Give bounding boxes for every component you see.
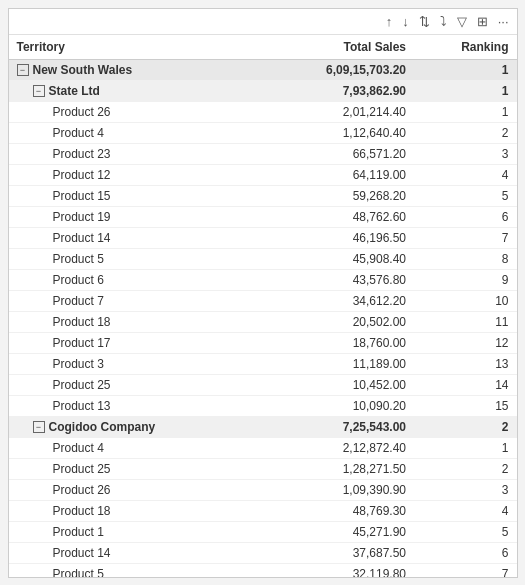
cell-ranking: 5 — [414, 185, 516, 206]
main-container: ↑ ↓ ⇅ ⤵ ▽ ⊞ ··· Territory Total Sales Ra… — [8, 8, 518, 578]
table-row: −State Ltd7,93,862.901 — [9, 80, 517, 101]
table-row: Product 42,12,872.401 — [9, 437, 517, 458]
cell-ranking: 3 — [414, 479, 516, 500]
cell-territory: Product 14 — [9, 542, 259, 563]
cell-territory: Product 6 — [9, 269, 259, 290]
cell-ranking: 7 — [414, 227, 516, 248]
cell-ranking: 15 — [414, 395, 516, 416]
col-ranking: Ranking — [414, 35, 516, 60]
cell-ranking: 11 — [414, 311, 516, 332]
cell-sales: 48,769.30 — [259, 500, 414, 521]
table-row: Product 545,908.408 — [9, 248, 517, 269]
col-total-sales: Total Sales — [259, 35, 414, 60]
table-row: Product 262,01,214.401 — [9, 101, 517, 122]
cell-ranking: 2 — [414, 416, 516, 437]
cell-sales: 64,119.00 — [259, 164, 414, 185]
cell-territory: Product 13 — [9, 395, 259, 416]
cell-sales: 1,12,640.40 — [259, 122, 414, 143]
cell-territory: −State Ltd — [9, 80, 259, 101]
cell-territory: Product 12 — [9, 164, 259, 185]
cell-territory: Product 25 — [9, 458, 259, 479]
cell-sales: 32,119.80 — [259, 563, 414, 577]
data-table: Territory Total Sales Ranking −New South… — [9, 35, 517, 577]
cell-ranking: 13 — [414, 353, 516, 374]
filter-icon[interactable]: ▽ — [455, 13, 469, 30]
cell-sales: 10,090.20 — [259, 395, 414, 416]
table-wrapper[interactable]: Territory Total Sales Ranking −New South… — [9, 35, 517, 577]
cell-ranking: 2 — [414, 122, 516, 143]
expand-icon[interactable]: − — [33, 85, 45, 97]
table-row: Product 734,612.2010 — [9, 290, 517, 311]
table-row: Product 145,271.905 — [9, 521, 517, 542]
cell-sales: 2,01,214.40 — [259, 101, 414, 122]
cell-sales: 18,760.00 — [259, 332, 414, 353]
cell-sales: 20,502.00 — [259, 311, 414, 332]
cell-territory: Product 18 — [9, 311, 259, 332]
cell-territory: Product 14 — [9, 227, 259, 248]
table-row: Product 532,119.807 — [9, 563, 517, 577]
cell-territory: Product 1 — [9, 521, 259, 542]
cell-ranking: 1 — [414, 80, 516, 101]
table-row: Product 1559,268.205 — [9, 185, 517, 206]
cell-sales: 7,25,543.00 — [259, 416, 414, 437]
drill-down-icon[interactable]: ⤵ — [438, 13, 449, 30]
expand-icon[interactable]: − — [17, 64, 29, 76]
table-row: Product 1310,090.2015 — [9, 395, 517, 416]
cell-sales: 43,576.80 — [259, 269, 414, 290]
cell-ranking: 1 — [414, 437, 516, 458]
cell-ranking: 3 — [414, 143, 516, 164]
cell-territory: −New South Wales — [9, 59, 259, 80]
cell-territory: Product 26 — [9, 101, 259, 122]
table-header-row: Territory Total Sales Ranking — [9, 35, 517, 60]
table-row: Product 251,28,271.502 — [9, 458, 517, 479]
sort-group-icon[interactable]: ⇅ — [417, 13, 432, 30]
cell-ranking: 4 — [414, 500, 516, 521]
cell-sales: 2,12,872.40 — [259, 437, 414, 458]
cell-sales: 46,196.50 — [259, 227, 414, 248]
cell-sales: 1,28,271.50 — [259, 458, 414, 479]
cell-territory: Product 23 — [9, 143, 259, 164]
table-row: Product 1848,769.304 — [9, 500, 517, 521]
toolbar: ↑ ↓ ⇅ ⤵ ▽ ⊞ ··· — [9, 9, 517, 35]
cell-territory: Product 18 — [9, 500, 259, 521]
cell-ranking: 2 — [414, 458, 516, 479]
col-territory: Territory — [9, 35, 259, 60]
table-row: Product 1718,760.0012 — [9, 332, 517, 353]
cell-territory: Product 5 — [9, 563, 259, 577]
cell-ranking: 10 — [414, 290, 516, 311]
cell-sales: 1,09,390.90 — [259, 479, 414, 500]
cell-territory: Product 5 — [9, 248, 259, 269]
more-icon[interactable]: ··· — [496, 13, 511, 30]
cell-sales: 45,271.90 — [259, 521, 414, 542]
sort-desc-icon[interactable]: ↓ — [400, 13, 411, 30]
sort-asc-icon[interactable]: ↑ — [384, 13, 395, 30]
cell-territory: Product 19 — [9, 206, 259, 227]
table-row: Product 1437,687.506 — [9, 542, 517, 563]
cell-sales: 59,268.20 — [259, 185, 414, 206]
table-row: Product 643,576.809 — [9, 269, 517, 290]
cell-sales: 11,189.00 — [259, 353, 414, 374]
cell-territory: Product 3 — [9, 353, 259, 374]
cell-sales: 37,687.50 — [259, 542, 414, 563]
cell-territory: Product 4 — [9, 122, 259, 143]
cell-sales: 45,908.40 — [259, 248, 414, 269]
cell-sales: 6,09,15,703.20 — [259, 59, 414, 80]
cell-territory: −Cogidoo Company — [9, 416, 259, 437]
table-row: Product 41,12,640.402 — [9, 122, 517, 143]
cell-sales: 48,762.60 — [259, 206, 414, 227]
cell-territory: Product 15 — [9, 185, 259, 206]
cell-ranking: 14 — [414, 374, 516, 395]
cell-ranking: 6 — [414, 542, 516, 563]
table-row: Product 261,09,390.903 — [9, 479, 517, 500]
expand-icon[interactable]: − — [33, 421, 45, 433]
cell-territory: Product 7 — [9, 290, 259, 311]
table-row: −New South Wales6,09,15,703.201 — [9, 59, 517, 80]
cell-ranking: 12 — [414, 332, 516, 353]
cell-territory: Product 26 — [9, 479, 259, 500]
layout-icon[interactable]: ⊞ — [475, 13, 490, 30]
cell-ranking: 8 — [414, 248, 516, 269]
cell-sales: 34,612.20 — [259, 290, 414, 311]
cell-ranking: 6 — [414, 206, 516, 227]
cell-ranking: 1 — [414, 59, 516, 80]
cell-ranking: 4 — [414, 164, 516, 185]
